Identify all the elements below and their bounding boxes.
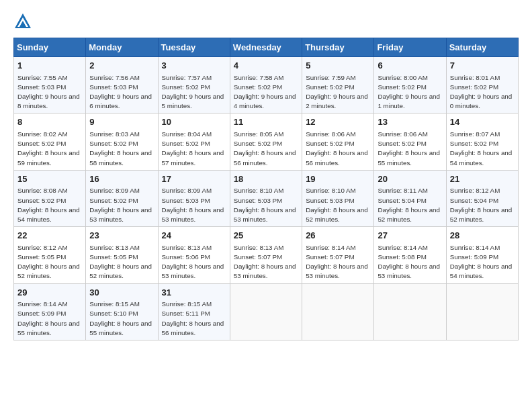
day-number: 8 <box>17 116 82 128</box>
day-info: Sunrise: 8:10 AMSunset: 5:03 PMDaylight:… <box>234 187 296 223</box>
day-cell: 3Sunrise: 7:57 AMSunset: 5:02 PMDaylight… <box>158 57 230 113</box>
day-cell <box>302 283 374 340</box>
day-info: Sunrise: 8:13 AMSunset: 5:05 PMDaylight:… <box>89 244 152 280</box>
day-cell: 4Sunrise: 7:58 AMSunset: 5:02 PMDaylight… <box>230 57 302 113</box>
day-number: 10 <box>162 116 226 128</box>
day-cell: 20Sunrise: 8:11 AMSunset: 5:04 PMDayligh… <box>374 170 446 226</box>
day-info: Sunrise: 7:57 AMSunset: 5:02 PMDaylight:… <box>162 74 224 110</box>
day-info: Sunrise: 7:55 AMSunset: 5:03 PMDaylight:… <box>17 74 80 110</box>
day-number: 19 <box>306 173 370 185</box>
day-cell: 27Sunrise: 8:14 AMSunset: 5:08 PMDayligh… <box>374 227 446 283</box>
day-cell: 21Sunrise: 8:12 AMSunset: 5:04 PMDayligh… <box>446 170 518 226</box>
day-cell: 19Sunrise: 8:10 AMSunset: 5:03 PMDayligh… <box>302 170 374 226</box>
col-header-sunday: Sunday <box>14 38 86 57</box>
day-info: Sunrise: 8:10 AMSunset: 5:03 PMDaylight:… <box>306 187 368 223</box>
day-number: 13 <box>378 116 442 128</box>
day-cell: 17Sunrise: 8:09 AMSunset: 5:03 PMDayligh… <box>158 170 230 226</box>
day-number: 6 <box>378 60 442 72</box>
day-info: Sunrise: 7:59 AMSunset: 5:02 PMDaylight:… <box>306 74 368 110</box>
day-info: Sunrise: 8:11 AMSunset: 5:04 PMDaylight:… <box>378 187 440 223</box>
day-number: 2 <box>89 60 154 72</box>
day-info: Sunrise: 8:12 AMSunset: 5:04 PMDaylight:… <box>450 187 513 223</box>
day-info: Sunrise: 8:02 AMSunset: 5:02 PMDaylight:… <box>17 130 80 167</box>
logo-icon <box>13 12 32 31</box>
day-cell <box>374 283 446 340</box>
day-number: 7 <box>450 60 515 72</box>
day-info: Sunrise: 8:05 AMSunset: 5:02 PMDaylight:… <box>234 130 296 167</box>
week-row-2: 8Sunrise: 8:02 AMSunset: 5:02 PMDaylight… <box>14 113 519 170</box>
day-info: Sunrise: 8:14 AMSunset: 5:07 PMDaylight:… <box>306 244 368 280</box>
day-cell: 7Sunrise: 8:01 AMSunset: 5:02 PMDaylight… <box>446 57 518 113</box>
day-cell: 18Sunrise: 8:10 AMSunset: 5:03 PMDayligh… <box>230 170 302 226</box>
day-cell: 10Sunrise: 8:04 AMSunset: 5:02 PMDayligh… <box>158 113 230 170</box>
day-number: 31 <box>162 287 226 299</box>
day-info: Sunrise: 8:13 AMSunset: 5:06 PMDaylight:… <box>162 244 224 280</box>
logo <box>13 12 35 31</box>
header-row: SundayMondayTuesdayWednesdayThursdayFrid… <box>14 38 519 57</box>
day-info: Sunrise: 8:15 AMSunset: 5:11 PMDaylight:… <box>162 300 224 336</box>
day-cell: 8Sunrise: 8:02 AMSunset: 5:02 PMDaylight… <box>14 113 86 170</box>
day-number: 22 <box>17 230 82 242</box>
day-number: 20 <box>378 173 442 185</box>
day-info: Sunrise: 8:04 AMSunset: 5:02 PMDaylight:… <box>162 130 224 167</box>
day-cell: 29Sunrise: 8:14 AMSunset: 5:09 PMDayligh… <box>14 283 86 340</box>
day-number: 17 <box>162 173 226 185</box>
day-number: 16 <box>89 173 154 185</box>
col-header-thursday: Thursday <box>302 38 374 57</box>
day-info: Sunrise: 8:00 AMSunset: 5:02 PMDaylight:… <box>378 74 440 110</box>
week-row-4: 22Sunrise: 8:12 AMSunset: 5:05 PMDayligh… <box>14 227 519 283</box>
day-cell: 23Sunrise: 8:13 AMSunset: 5:05 PMDayligh… <box>86 227 158 283</box>
day-info: Sunrise: 8:13 AMSunset: 5:07 PMDaylight:… <box>234 244 296 280</box>
day-cell: 31Sunrise: 8:15 AMSunset: 5:11 PMDayligh… <box>158 283 230 340</box>
col-header-saturday: Saturday <box>446 38 518 57</box>
day-cell: 26Sunrise: 8:14 AMSunset: 5:07 PMDayligh… <box>302 227 374 283</box>
day-cell: 28Sunrise: 8:14 AMSunset: 5:09 PMDayligh… <box>446 227 518 283</box>
day-cell: 11Sunrise: 8:05 AMSunset: 5:02 PMDayligh… <box>230 113 302 170</box>
week-row-3: 15Sunrise: 8:08 AMSunset: 5:02 PMDayligh… <box>14 170 519 226</box>
day-number: 25 <box>234 230 298 242</box>
col-header-monday: Monday <box>86 38 158 57</box>
header <box>13 12 519 31</box>
day-cell: 13Sunrise: 8:06 AMSunset: 5:02 PMDayligh… <box>374 113 446 170</box>
day-number: 5 <box>306 60 370 72</box>
day-info: Sunrise: 8:09 AMSunset: 5:03 PMDaylight:… <box>162 187 224 223</box>
day-cell <box>230 283 302 340</box>
day-cell: 24Sunrise: 8:13 AMSunset: 5:06 PMDayligh… <box>158 227 230 283</box>
day-info: Sunrise: 8:07 AMSunset: 5:02 PMDaylight:… <box>450 130 513 167</box>
day-cell <box>446 283 518 340</box>
day-cell: 12Sunrise: 8:06 AMSunset: 5:02 PMDayligh… <box>302 113 374 170</box>
day-number: 30 <box>89 287 154 299</box>
day-info: Sunrise: 8:01 AMSunset: 5:02 PMDaylight:… <box>450 74 513 110</box>
day-info: Sunrise: 8:14 AMSunset: 5:09 PMDaylight:… <box>17 300 80 336</box>
day-number: 29 <box>17 287 82 299</box>
day-cell: 16Sunrise: 8:09 AMSunset: 5:02 PMDayligh… <box>86 170 158 226</box>
week-row-5: 29Sunrise: 8:14 AMSunset: 5:09 PMDayligh… <box>14 283 519 340</box>
day-info: Sunrise: 8:14 AMSunset: 5:08 PMDaylight:… <box>378 244 440 280</box>
day-info: Sunrise: 7:56 AMSunset: 5:03 PMDaylight:… <box>89 74 152 110</box>
page: SundayMondayTuesdayWednesdayThursdayFrid… <box>0 0 532 347</box>
day-number: 21 <box>450 173 515 185</box>
day-cell: 14Sunrise: 8:07 AMSunset: 5:02 PMDayligh… <box>446 113 518 170</box>
day-info: Sunrise: 8:08 AMSunset: 5:02 PMDaylight:… <box>17 187 80 223</box>
calendar-body: 1Sunrise: 7:55 AMSunset: 5:03 PMDaylight… <box>14 57 519 340</box>
day-cell: 22Sunrise: 8:12 AMSunset: 5:05 PMDayligh… <box>14 227 86 283</box>
day-number: 26 <box>306 230 370 242</box>
day-number: 1 <box>17 60 82 72</box>
day-number: 4 <box>234 60 298 72</box>
day-number: 11 <box>234 116 298 128</box>
day-cell: 25Sunrise: 8:13 AMSunset: 5:07 PMDayligh… <box>230 227 302 283</box>
day-number: 15 <box>17 173 82 185</box>
day-number: 14 <box>450 116 515 128</box>
day-cell: 30Sunrise: 8:15 AMSunset: 5:10 PMDayligh… <box>86 283 158 340</box>
day-number: 27 <box>378 230 442 242</box>
col-header-wednesday: Wednesday <box>230 38 302 57</box>
day-number: 18 <box>234 173 298 185</box>
day-info: Sunrise: 8:09 AMSunset: 5:02 PMDaylight:… <box>89 187 152 223</box>
day-cell: 5Sunrise: 7:59 AMSunset: 5:02 PMDaylight… <box>302 57 374 113</box>
day-info: Sunrise: 8:12 AMSunset: 5:05 PMDaylight:… <box>17 244 80 280</box>
calendar-header: SundayMondayTuesdayWednesdayThursdayFrid… <box>14 38 519 57</box>
day-cell: 6Sunrise: 8:00 AMSunset: 5:02 PMDaylight… <box>374 57 446 113</box>
day-cell: 15Sunrise: 8:08 AMSunset: 5:02 PMDayligh… <box>14 170 86 226</box>
day-number: 24 <box>162 230 226 242</box>
col-header-tuesday: Tuesday <box>158 38 230 57</box>
